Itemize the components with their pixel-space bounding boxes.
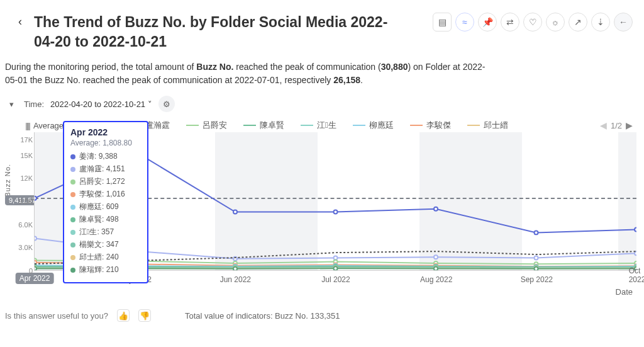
- tooltip-row: 呂爵安: 1,272: [70, 176, 141, 187]
- svg-point-68: [535, 267, 538, 270]
- svg-point-11: [434, 255, 438, 259]
- thumbs-up-button[interactable]: 👍: [117, 309, 130, 322]
- heart-button[interactable]: ♡: [523, 13, 542, 31]
- legend-page: 1/2: [611, 121, 622, 130]
- settings-button[interactable]: ⚙: [158, 96, 175, 112]
- tooltip: Apr 2022 Average: 1,808.80 姜濤: 9,388盧瀚霆:…: [63, 121, 148, 283]
- tooltip-row: 邱士縉: 240: [70, 252, 141, 263]
- tooltip-average: Average: 1,808.80: [70, 139, 141, 147]
- svg-point-67: [434, 267, 438, 270]
- tooltip-title: Apr 2022: [70, 127, 141, 137]
- svg-point-0: [35, 196, 36, 200]
- share-button[interactable]: ↗: [569, 13, 587, 31]
- y-tick: 6.0K: [14, 221, 33, 229]
- svg-point-12: [535, 256, 538, 260]
- x-tick: Oct 2022: [629, 266, 644, 284]
- tooltip-rows: 姜濤: 9,388盧瀚霆: 4,151呂爵安: 1,272李駿傑: 1,016柳…: [70, 151, 141, 275]
- svg-point-66: [334, 266, 338, 270]
- summary-text: During the monitoring period, the total …: [0, 52, 491, 87]
- tooltip-row: 姜濤: 9,388: [70, 151, 141, 162]
- svg-point-2: [233, 210, 237, 214]
- tooltip-row: 陳卓賢: 498: [70, 214, 141, 225]
- tooltip-row: 楊樂文: 347: [70, 239, 141, 250]
- feedback-question: Is this answer useful to you?: [5, 311, 108, 321]
- y-tick: 0: [14, 267, 33, 275]
- x-tick: Aug 2022: [420, 275, 452, 284]
- svg-point-7: [35, 237, 36, 241]
- thumbs-down-button[interactable]: 👎: [138, 309, 151, 322]
- time-label: Time:: [24, 100, 44, 109]
- swap-button[interactable]: ⇄: [501, 13, 519, 31]
- totals-text: Total value of indicators: Buzz No. 133,…: [185, 311, 340, 321]
- svg-point-5: [535, 230, 538, 234]
- legend-item[interactable]: 柳應廷: [353, 120, 394, 131]
- legend-item[interactable]: 江𤒹生: [301, 120, 336, 131]
- y-tick: 15K: [14, 152, 33, 159]
- x-tick: Jul 2022: [321, 275, 350, 284]
- download-button[interactable]: ⇣: [591, 13, 610, 31]
- x-tick: Sep 2022: [521, 275, 553, 284]
- chart-view-button[interactable]: ≈: [455, 13, 474, 31]
- tooltip-row: 盧瀚霆: 4,151: [70, 164, 141, 174]
- back-button[interactable]: ‹: [11, 13, 29, 30]
- y-tick: 17K: [14, 136, 33, 144]
- legend-item[interactable]: 邱士縉: [467, 120, 508, 131]
- y-tick: 9.0K: [14, 198, 33, 205]
- pin-button[interactable]: 📌: [478, 13, 497, 31]
- legend-prev[interactable]: ◀: [600, 120, 607, 130]
- legend-pager: ◀ 1/2 ▶: [600, 120, 638, 130]
- page-title: The Trend of Buzz No. by Folder Social M…: [34, 13, 405, 52]
- legend-average[interactable]: ||||| Average: [25, 121, 64, 130]
- svg-point-10: [334, 256, 338, 260]
- tooltip-row: 李駿傑: 1,016: [70, 189, 141, 200]
- tooltip-row: 江𤒹生: 357: [70, 227, 141, 237]
- filter-icon[interactable]: ▾: [5, 98, 18, 110]
- x-tick: Jun 2022: [220, 275, 251, 284]
- collapse-button[interactable]: ←: [614, 13, 633, 31]
- y-tick: 3.0K: [14, 244, 33, 251]
- svg-point-4: [434, 207, 438, 211]
- svg-point-6: [635, 228, 636, 232]
- toolbar: ▤ ≈ 📌 ⇄ ♡ ☼ ↗ ⇣ ←: [433, 13, 633, 31]
- legend-next[interactable]: ▶: [626, 120, 633, 130]
- y-axis-label: Buzz No.: [4, 164, 11, 197]
- bulb-button[interactable]: ☼: [546, 13, 565, 31]
- chevron-down-icon: ˅: [148, 100, 152, 109]
- tooltip-row: 陳瑞輝: 210: [70, 265, 141, 275]
- legend-item[interactable]: 陳卓賢: [243, 120, 284, 131]
- svg-point-3: [334, 210, 338, 214]
- time-range-selector[interactable]: 2022-04-20 to 2022-10-21 ˅: [50, 100, 152, 109]
- tooltip-row: 柳應廷: 609: [70, 202, 141, 212]
- svg-point-65: [233, 267, 237, 270]
- table-view-button[interactable]: ▤: [433, 13, 452, 31]
- legend-item[interactable]: 李駿傑: [410, 120, 451, 131]
- y-tick: 12K: [14, 174, 33, 182]
- legend-item[interactable]: 呂爵安: [186, 120, 227, 131]
- svg-point-63: [35, 267, 36, 271]
